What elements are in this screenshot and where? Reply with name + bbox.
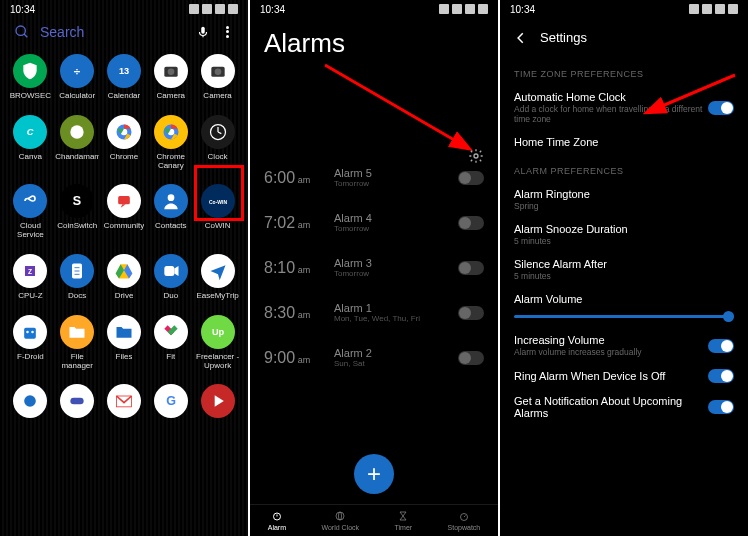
app-label: Chrome Canary <box>149 153 193 171</box>
setting-auto-home-clock[interactable]: Automatic Home Clock Add a clock for hom… <box>500 85 748 130</box>
settings-gear-icon[interactable] <box>468 148 484 164</box>
app-cowin[interactable]: Co-WINCoWIN <box>195 184 240 240</box>
app-icon <box>154 54 188 88</box>
toggle-notification[interactable] <box>708 400 734 414</box>
setting-increasing-volume[interactable]: Increasing Volume Alarm volume increases… <box>500 328 748 363</box>
app-label: EaseMyTrip <box>196 292 238 301</box>
app-chrome-canary[interactable]: Chrome Canary <box>148 115 193 171</box>
status-time: 10:34 <box>260 4 285 15</box>
setting-snooze[interactable]: Alarm Snooze Duration 5 minutes <box>500 217 748 252</box>
app-drive[interactable]: Drive <box>102 254 147 301</box>
alarm-row[interactable]: 8:10 amAlarm 3Tomorrow <box>264 245 484 290</box>
app-contacts[interactable]: Contacts <box>148 184 193 240</box>
toggle-increasing-volume[interactable] <box>708 339 734 353</box>
menu-dots-icon[interactable] <box>220 25 234 39</box>
svg-text:C: C <box>27 127 34 137</box>
app-calculator[interactable]: ÷Calculator <box>55 54 100 101</box>
app-unknown[interactable] <box>55 384 100 422</box>
alarm-time: 7:02 am <box>264 214 334 232</box>
back-icon[interactable] <box>514 31 528 45</box>
app-unknown[interactable]: G <box>148 384 193 422</box>
app-camera[interactable]: Camera <box>148 54 193 101</box>
svg-point-48 <box>336 512 344 520</box>
alarm-row[interactable]: 8:30 amAlarm 1Mon, Tue, Wed, Thu, Fri <box>264 290 484 335</box>
app-unknown[interactable] <box>8 384 53 422</box>
alarm-toggle[interactable] <box>458 261 484 275</box>
app-icon <box>13 54 47 88</box>
app-label: Drive <box>115 292 134 301</box>
alarm-days: Tomorrow <box>334 269 458 278</box>
app-community[interactable]: Community <box>102 184 147 240</box>
app-easemytrip[interactable]: EaseMyTrip <box>195 254 240 301</box>
app-f-droid[interactable]: F-Droid <box>8 315 53 371</box>
svg-marker-20 <box>121 205 126 208</box>
app-label: Clock <box>208 153 228 162</box>
app-file-manager[interactable]: File manager <box>55 315 100 371</box>
alarm-time: 6:00 am <box>264 169 334 187</box>
alarm-time: 8:10 am <box>264 259 334 277</box>
app-camera[interactable]: Camera <box>195 54 240 101</box>
setting-volume-label: Alarm Volume <box>500 287 748 311</box>
app-icon <box>107 315 141 349</box>
app-icon <box>107 115 141 149</box>
app-icon <box>154 115 188 149</box>
app-browsec[interactable]: BROWSEC <box>8 54 53 101</box>
alarm-volume-slider[interactable] <box>500 311 748 328</box>
setting-ring-device-off[interactable]: Ring Alarm When Device Is Off <box>500 363 748 389</box>
alarm-toggle[interactable] <box>458 216 484 230</box>
app-duo[interactable]: Duo <box>148 254 193 301</box>
nav-world-clock[interactable]: World Clock <box>321 510 359 531</box>
app-label: Chrome <box>110 153 138 162</box>
app-label: Camera <box>203 92 231 101</box>
alarm-toggle[interactable] <box>458 351 484 365</box>
app-coinswitch[interactable]: SCoinSwitch <box>55 184 100 240</box>
setting-silence[interactable]: Silence Alarm After 5 minutes <box>500 252 748 287</box>
setting-home-time-zone[interactable]: Home Time Zone <box>500 130 748 154</box>
mic-icon[interactable] <box>196 25 210 39</box>
app-calendar[interactable]: 13Calendar <box>102 54 147 101</box>
app-chrome[interactable]: Chrome <box>102 115 147 171</box>
app-icon: Co-WIN <box>201 184 235 218</box>
app-docs[interactable]: Docs <box>55 254 100 301</box>
alarm-toggle[interactable] <box>458 306 484 320</box>
search-bar[interactable]: Search <box>0 18 248 50</box>
app-unknown[interactable] <box>195 384 240 422</box>
app-files[interactable]: Files <box>102 315 147 371</box>
stopwatch-icon <box>458 510 470 522</box>
app-icon <box>154 184 188 218</box>
svg-text:÷: ÷ <box>74 64 81 77</box>
svg-point-6 <box>167 69 174 76</box>
alarm-days: Tomorrow <box>334 179 458 188</box>
alarm-row[interactable]: 9:00 amAlarm 2Sun, Sat <box>264 335 484 380</box>
app-icon <box>154 315 188 349</box>
nav-timer[interactable]: Timer <box>394 510 412 531</box>
app-unknown[interactable] <box>102 384 147 422</box>
alarm-days: Tomorrow <box>334 224 458 233</box>
app-icon <box>13 184 47 218</box>
alarm-days: Mon, Tue, Wed, Thu, Fri <box>334 314 458 323</box>
app-fit[interactable]: Fit <box>148 315 193 371</box>
nav-alarm[interactable]: Alarm <box>268 510 286 531</box>
app-chandamama[interactable]: Chandamama <box>55 115 100 171</box>
app-canva[interactable]: CCanva <box>8 115 53 171</box>
svg-point-35 <box>27 331 30 334</box>
app-freelancer-upwork[interactable]: UpFreelancer - Upwork <box>195 315 240 371</box>
svg-text:13: 13 <box>119 66 129 76</box>
app-icon <box>107 184 141 218</box>
svg-point-49 <box>339 512 342 520</box>
alarm-row[interactable]: 6:00 amAlarm 5Tomorrow <box>264 155 484 200</box>
toggle-auto-home-clock[interactable] <box>708 101 734 115</box>
app-icon <box>201 384 235 418</box>
add-alarm-button[interactable]: + <box>354 454 394 494</box>
alarm-toggle[interactable] <box>458 171 484 185</box>
setting-ringtone[interactable]: Alarm Ringtone Spring <box>500 182 748 217</box>
app-cpu-z[interactable]: ZCPU-Z <box>8 254 53 301</box>
svg-rect-2 <box>201 27 205 34</box>
app-cloud-service[interactable]: Cloud Service <box>8 184 53 240</box>
setting-notification[interactable]: Get a Notification About Upcoming Alarms <box>500 389 748 425</box>
app-icon: ÷ <box>60 54 94 88</box>
alarm-row[interactable]: 7:02 amAlarm 4Tomorrow <box>264 200 484 245</box>
app-clock[interactable]: Clock <box>195 115 240 171</box>
nav-stopwatch[interactable]: Stopwatch <box>448 510 481 531</box>
toggle-ring-device-off[interactable] <box>708 369 734 383</box>
